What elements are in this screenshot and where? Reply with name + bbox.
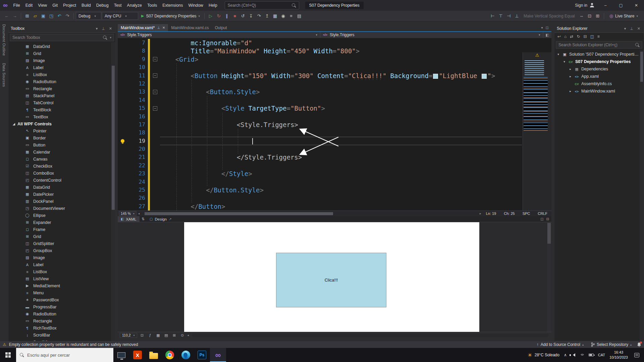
hidden-icons-caret[interactable]: ∧ (564, 353, 567, 357)
maximize-button[interactable]: ▢ (613, 0, 629, 11)
window-position-icon[interactable]: ▾ (623, 26, 627, 31)
action-center-icon[interactable] (634, 353, 639, 357)
toolbox-item-rectangle[interactable]: ▭Rectangle (8, 317, 115, 324)
menu-extensions[interactable]: Extensions (160, 0, 185, 11)
hot-reload-icon[interactable]: ↻ (215, 12, 223, 20)
redo-icon[interactable]: ↷ (63, 12, 71, 20)
switch-views-icon[interactable]: ⇄ (569, 34, 574, 39)
toolbox-item-radiobutton[interactable]: ◉RadioButton (8, 78, 115, 85)
live-share-button[interactable]: ◎ Live Share ▾ (606, 13, 641, 18)
document-tab-output[interactable]: Output (212, 24, 230, 31)
file-explorer-icon[interactable] (146, 348, 162, 362)
tree-item-mainwindow-xaml[interactable]: ▸<>MainWindow.xaml (554, 87, 644, 95)
tree-item-assemblyinfo-cs[interactable]: C#AssemblyInfo.cs (554, 80, 644, 87)
design-preview-button[interactable]: Clica!!! (276, 253, 386, 307)
code-line-13[interactable]: 13− <Button.Style> (118, 88, 523, 96)
toolbox-item-image[interactable]: ▨Image (8, 57, 115, 64)
expanded-arrow-icon[interactable]: ▾ (562, 60, 566, 63)
code-line-16[interactable]: 16 (118, 113, 523, 121)
step-into-icon[interactable]: ↧ (247, 12, 255, 20)
collapse-region-icon[interactable]: − (153, 90, 157, 94)
stop-icon[interactable]: ■ (231, 12, 239, 20)
toolbox-item-listbox[interactable]: ≡ListBox (8, 268, 115, 275)
close-icon[interactable]: ✕ (108, 26, 113, 31)
toolbox-item-passwordbox[interactable]: ∗PasswordBox (8, 296, 115, 303)
toolbox-item-contentcontrol[interactable]: ◰ContentControl (8, 177, 115, 184)
code-line-17[interactable]: 17 <Style.Triggers> (118, 121, 523, 129)
toolbox-item-border[interactable]: ▣Border (8, 134, 115, 141)
toolbox-item-grid[interactable]: ⊞Grid (8, 50, 115, 57)
swap-panes-icon[interactable]: ⇅ (140, 216, 147, 222)
expanded-arrow-icon[interactable]: ▾ (556, 53, 560, 56)
open-file-icon[interactable]: ▱ (31, 12, 39, 20)
float-tab-icon[interactable]: ◫ (546, 26, 549, 29)
zoom-fit-icon[interactable]: ⊡ (139, 333, 145, 338)
toolbox-item-menu[interactable]: ≡Menu (8, 289, 115, 296)
menu-debug[interactable]: Debug (94, 0, 111, 11)
start-without-debugging-icon[interactable]: ▷ (207, 12, 215, 20)
battery-icon[interactable] (589, 354, 594, 356)
tree-item-s07-dependency-properties[interactable]: ▾C#S07 Dependency Properties (554, 58, 644, 65)
disable-project-code-icon[interactable]: ⊙ (179, 333, 185, 338)
toolbox-item-listbox[interactable]: ≡ListBox (8, 71, 115, 78)
toolbox-search-input[interactable]: Search Toolbox ▾ (10, 34, 114, 41)
toolbox-item-ellipse[interactable]: ◯Ellipse (8, 212, 115, 219)
toolbox-item-groupbox[interactable]: ◰GroupBox (8, 247, 115, 254)
network-icon[interactable] (580, 353, 584, 357)
close-icon[interactable]: ✕ (162, 26, 165, 29)
toolbox-item-scrollviewer[interactable]: ↕ScrollViewer (8, 339, 115, 341)
show-grid-icon[interactable]: ▦ (155, 333, 161, 338)
xaml-code-editor[interactable]: 7 mc:Ignorable="d"8 Title="MainWindow" H… (118, 38, 551, 210)
select-repository-button[interactable]: Select Repository ▴ (589, 342, 634, 347)
step-over-icon[interactable]: ↷ (255, 12, 263, 20)
menu-analyze[interactable]: Analyze (124, 0, 145, 11)
code-line-15[interactable]: 15− <Style TargetType="Button"> (118, 104, 523, 112)
make-vertical-spacing-equal-button[interactable]: Make Vertical Spacing Equal (522, 14, 577, 18)
code-line-7[interactable]: 7 mc:Ignorable="d" (118, 39, 523, 47)
align-rights-icon[interactable]: ⊣ (505, 12, 513, 20)
split-window-icon[interactable]: ◧ (543, 32, 551, 38)
toolbox-item-checkbox[interactable]: ☑CheckBox (8, 163, 115, 170)
edge-icon[interactable] (178, 348, 194, 362)
quick-search-input[interactable]: Search (Ctrl+Q) (225, 1, 299, 9)
restart-icon[interactable]: ↺ (239, 12, 247, 20)
toolbox-item-datagrid[interactable]: ▦DataGrid (8, 43, 115, 50)
scrollbar-thumb[interactable] (145, 212, 333, 215)
show-all-files-icon[interactable]: ◫ (589, 34, 595, 39)
photoshop-icon[interactable]: Ps (194, 348, 210, 362)
task-view-icon[interactable] (113, 348, 129, 362)
solution-explorer-scrollbar[interactable] (640, 50, 644, 341)
toolbox-item-label[interactable]: ALabel (8, 261, 115, 268)
toolbox-item-grid[interactable]: ⊞Grid (8, 233, 115, 240)
design-artboard[interactable]: Clica!!! (184, 222, 479, 332)
scroll-right-icon[interactable]: ▸ (480, 212, 481, 215)
editor-vertical-scrollbar[interactable]: ⚠ ▼ (523, 52, 551, 210)
design-view-tab[interactable]: ▢ Design ↗ (147, 216, 175, 222)
watch-icon[interactable]: ◉ (279, 12, 287, 20)
collapse-region-icon[interactable]: − (153, 73, 157, 78)
solution-search-input[interactable]: Search Solution Explorer (Ctrl+ç) (556, 41, 642, 49)
breadcrumb-member-dropdown[interactable]: </> Style.Triggers ▾ (320, 32, 543, 38)
toolbox-item-datepicker[interactable]: ▦DatePicker (8, 191, 115, 198)
design-horizontal-scrollbar[interactable] (192, 334, 548, 337)
minimize-button[interactable]: – (598, 0, 613, 11)
code-line-20[interactable]: 20 (118, 145, 523, 153)
add-to-source-control-button[interactable]: ↑ Add to Source Control ▴ (535, 342, 586, 347)
tree-item-app-xaml[interactable]: ▸<>App.xaml (554, 73, 644, 80)
horizontal-split-icon[interactable]: ⊟ (546, 217, 549, 221)
tree-item-dependencies[interactable]: ▸▦Dependencies (554, 65, 644, 73)
visual-studio-icon[interactable]: ∞ (210, 348, 226, 362)
weather-widget[interactable]: ☀ 28°C Soleado (527, 352, 559, 358)
toolbox-item-gridsplitter[interactable]: ◫GridSplitter (8, 240, 115, 247)
new-file-icon[interactable]: ⊞ (23, 12, 31, 20)
toolbox-item-dockpanel[interactable]: ▥DockPanel (8, 198, 115, 205)
code-line-8[interactable]: 8 Title="MainWindow" Height="450" Width=… (118, 47, 523, 55)
collapsed-arrow-icon[interactable]: ▸ (569, 75, 572, 78)
menu-tools[interactable]: Tools (145, 0, 160, 11)
collapse-region-icon[interactable]: − (153, 106, 157, 111)
design-vertical-scrollbar[interactable] (547, 222, 551, 332)
editor-zoom-dropdown[interactable]: 145 % ▾ (119, 211, 137, 216)
close-icon[interactable]: ✕ (636, 26, 641, 31)
toolbox-item-frame[interactable]: ◻Frame (8, 226, 115, 233)
collapsed-arrow-icon[interactable]: ▸ (569, 67, 572, 71)
